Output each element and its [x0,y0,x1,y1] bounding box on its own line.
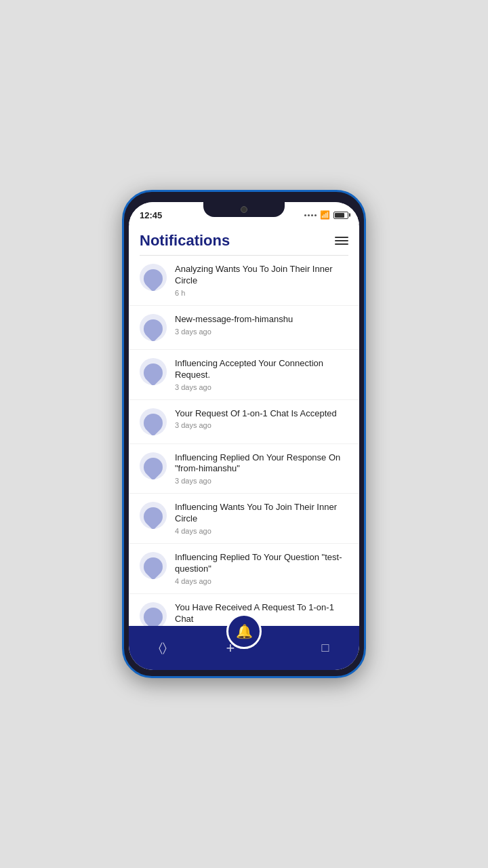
notification-time: 4 days ago [175,527,348,535]
notifications-list[interactable]: Analyzing Wants You To Join Their Inner … [129,256,359,626]
notch [203,202,285,217]
notification-time: 6 h [175,289,348,297]
bell-icon: 🔔 [236,623,253,639]
notification-item[interactable]: Influencing Wants You To Join Their Inne… [129,494,359,544]
notification-content: Your Request Of 1-on-1 Chat Is Accepted … [175,408,348,430]
notification-time: 3 days ago [175,383,348,391]
notification-item[interactable]: Analyzing Wants You To Join Their Inner … [129,256,359,306]
notification-item[interactable]: Influencing Replied On Your Response On … [129,444,359,494]
notification-time: 4 days ago [175,577,348,585]
notification-time: 3 days ago [175,477,348,485]
status-time: 12:45 [140,210,162,220]
avatar [140,264,167,291]
notification-title: Influencing Accepted Your Connection Req… [175,358,348,381]
wifi-icon: 📶 [320,210,330,220]
notification-content: Analyzing Wants You To Join Their Inner … [175,264,348,297]
notification-title: Your Request Of 1-on-1 Chat Is Accepted [175,408,348,420]
bell-nav-item[interactable]: 🔔 [226,614,262,649]
avatar [140,602,167,626]
avatar [140,452,167,479]
avatar [140,314,167,341]
avatar [140,408,167,435]
avatar [140,358,167,385]
notification-content: Influencing Accepted Your Connection Req… [175,358,348,391]
notification-content: Influencing Wants You To Join Their Inne… [175,502,348,535]
notification-title: Influencing Wants You To Join Their Inne… [175,502,348,525]
avatar [140,502,167,529]
menu-button[interactable] [335,237,348,245]
phone-device: 12:45 📶 Notifications [122,190,366,678]
notification-time: 3 days ago [175,421,348,429]
bottom-navigation: 〈〉 + 🔔 □ [129,626,359,670]
notification-content: You Have Received A Request To 1-on-1 Ch… [175,602,348,626]
notification-item[interactable]: Your Request Of 1-on-1 Chat Is Accepted … [129,400,359,444]
home-nav-item[interactable]: 〈〉 [146,631,180,665]
battery-icon [333,212,348,219]
notification-title: You Have Received A Request To 1-on-1 Ch… [175,602,348,625]
signal-dots-icon [304,214,317,216]
notification-title: Influencing Replied On Your Response On … [175,452,348,475]
notification-time: 3 days ago [175,328,348,336]
notification-title: New-message-from-himanshu [175,314,348,326]
home-icon: 〈〉 [159,641,167,655]
page-header: Notifications [129,224,359,255]
notification-title: Influencing Replied To Your Question "te… [175,552,348,575]
notification-content: Influencing Replied To Your Question "te… [175,552,348,585]
page-title: Notifications [140,232,230,250]
notification-item[interactable]: New-message-from-himanshu 3 days ago [129,306,359,350]
camera [241,206,247,213]
phone-screen: 12:45 📶 Notifications [129,202,359,670]
notification-item[interactable]: Influencing Replied To Your Question "te… [129,544,359,594]
notification-item[interactable]: Influencing Accepted Your Connection Req… [129,350,359,400]
chat-icon: □ [322,641,329,655]
notification-content: New-message-from-himanshu 3 days ago [175,314,348,336]
notification-content: Influencing Replied On Your Response On … [175,452,348,486]
avatar [140,552,167,579]
chat-nav-item[interactable]: □ [308,631,342,665]
status-icons: 📶 [304,210,348,220]
notification-title: Analyzing Wants You To Join Their Inner … [175,264,348,287]
